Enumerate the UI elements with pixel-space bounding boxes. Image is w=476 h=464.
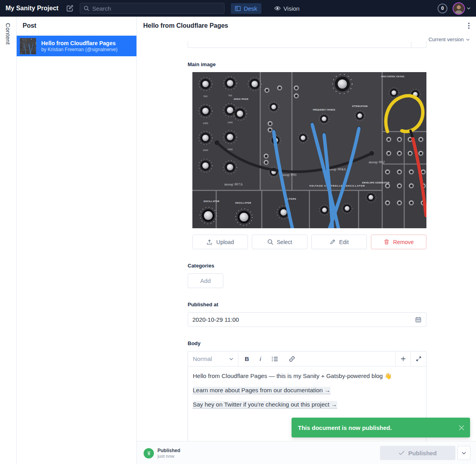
- remove-button[interactable]: Remove: [371, 235, 426, 249]
- style-select-value: Normal: [193, 355, 227, 362]
- upload-icon: [206, 239, 213, 245]
- style-select[interactable]: Normal: [188, 351, 238, 366]
- publish-status-time: just now: [157, 453, 180, 459]
- slug-input-clipped[interactable]: [188, 42, 426, 48]
- edit-button[interactable]: Edit: [311, 235, 367, 249]
- pencil-icon: [330, 239, 336, 245]
- chevron-down-icon: [229, 358, 233, 360]
- post-list-pane: Post Hello from Cloudflare Pages by Kris…: [17, 17, 137, 464]
- slug-button-divider: [411, 42, 411, 48]
- body-paragraph: Hello from Cloudflare Pages — this is my…: [193, 372, 421, 380]
- published-status-icon: [144, 448, 154, 458]
- body-paragraph: Say hey on Twitter if you're checking ou…: [193, 401, 421, 408]
- wave-emoji: 👋: [384, 372, 392, 379]
- expand-icon: [416, 356, 422, 362]
- body-text-area[interactable]: Hello from Cloudflare Pages — this is my…: [188, 367, 426, 420]
- select-label: Select: [277, 239, 292, 245]
- italic-button[interactable]: i: [260, 355, 261, 362]
- published-at-label: Published at: [188, 302, 218, 307]
- toast-message: This document is now published.: [298, 424, 459, 431]
- plus-icon: [400, 356, 406, 362]
- format-buttons: B i: [238, 351, 395, 366]
- publish-button[interactable]: Published: [380, 446, 455, 460]
- image-action-row: Upload Select Edit Remove: [192, 235, 426, 249]
- compose-icon: [66, 5, 73, 12]
- docs-link[interactable]: Learn more about Pages from our document…: [193, 387, 330, 394]
- document-menu-button[interactable]: [468, 23, 470, 29]
- toast-close-button[interactable]: [459, 425, 464, 431]
- publish-status-title: Published: [157, 448, 180, 453]
- main-image-preview[interactable]: [192, 72, 426, 228]
- publish-arrow-icon: [146, 451, 152, 456]
- bold-button[interactable]: B: [245, 355, 249, 362]
- avatar-photo: [453, 3, 464, 14]
- insert-block-button[interactable]: [395, 351, 411, 366]
- post-pane-title: Post: [23, 22, 114, 29]
- body-paragraph: Learn more about Pages from our document…: [193, 386, 421, 394]
- body-paragraph-text: Hello from Cloudflare Pages — this is my…: [193, 372, 384, 379]
- chevron-down-icon: [462, 452, 466, 454]
- tab-desk-label: Desk: [244, 5, 257, 12]
- presence-count: 0: [441, 6, 444, 11]
- add-category-button[interactable]: Add: [188, 273, 223, 288]
- publish-button-label: Published: [408, 450, 437, 456]
- publish-menu-button[interactable]: [457, 446, 470, 460]
- select-button[interactable]: Select: [252, 235, 307, 249]
- close-icon: [459, 425, 464, 431]
- fullscreen-button[interactable]: [411, 351, 426, 366]
- document-header: Hello from Cloudflare Pages: [137, 17, 476, 35]
- search-icon: [84, 6, 89, 11]
- categories-label: Categories: [188, 263, 214, 269]
- post-item-subtitle: by Kristian Freeman (@signalnerve): [41, 47, 117, 53]
- post-list-item[interactable]: Hello from Cloudflare Pages by Kristian …: [17, 36, 136, 56]
- content-rail: Content: [0, 17, 17, 464]
- bullet-list-icon: [272, 356, 278, 362]
- upload-button[interactable]: Upload: [192, 235, 248, 249]
- bullet-list-button[interactable]: [272, 356, 278, 362]
- compose-icon: [114, 22, 121, 29]
- compose-button[interactable]: [66, 5, 73, 12]
- add-label: Add: [200, 277, 211, 284]
- remove-label: Remove: [393, 239, 414, 245]
- published-at-value: 2020-10-29 11:00: [192, 316, 415, 323]
- content-rail-label: Content: [5, 17, 12, 464]
- trash-icon: [384, 239, 390, 245]
- upload-label: Upload: [216, 239, 234, 245]
- editor-toolbar: Normal B i: [188, 351, 426, 367]
- search-bar[interactable]: [80, 3, 225, 14]
- search-input[interactable]: [92, 5, 221, 12]
- kebab-menu-icon: [129, 23, 131, 29]
- post-pane-header: Post: [17, 17, 136, 35]
- publish-status: Published just now: [144, 448, 180, 459]
- edit-label: Edit: [339, 239, 349, 245]
- body-label: Body: [188, 340, 201, 346]
- post-item-title: Hello from Cloudflare Pages: [41, 40, 117, 47]
- tab-desk[interactable]: Desk: [231, 3, 261, 14]
- chevron-down-icon: [466, 38, 470, 41]
- project-title: My Sanity Project: [6, 5, 58, 12]
- link-icon: [289, 356, 295, 362]
- calendar-icon: [415, 316, 422, 323]
- search-icon: [267, 239, 273, 245]
- avatar[interactable]: [453, 2, 465, 15]
- eye-icon: [274, 6, 281, 11]
- version-selector[interactable]: Current version: [428, 36, 470, 42]
- link-button[interactable]: [289, 356, 295, 362]
- post-thumbnail: [20, 38, 36, 54]
- document-footer: Published just now Published: [137, 441, 476, 464]
- twitter-link[interactable]: Say hey on Twitter if you're checking ou…: [193, 401, 337, 409]
- published-at-input[interactable]: 2020-10-29 11:00: [188, 312, 426, 327]
- post-pane-menu-button[interactable]: [129, 23, 131, 29]
- tab-vision[interactable]: Vision: [270, 3, 304, 14]
- tab-vision-label: Vision: [284, 5, 300, 12]
- check-icon: [399, 451, 405, 455]
- publish-toast: This document is now published.: [292, 418, 470, 437]
- desk-icon: [235, 6, 241, 11]
- kebab-menu-icon: [468, 23, 470, 29]
- presence-badge[interactable]: 0: [438, 4, 447, 13]
- new-post-button[interactable]: [114, 22, 121, 29]
- main-image-label: Main image: [188, 61, 216, 67]
- version-label: Current version: [428, 36, 464, 42]
- document-pane: Hello from Cloudflare Pages Current vers…: [137, 17, 476, 464]
- avatar-caret-icon: [467, 7, 470, 10]
